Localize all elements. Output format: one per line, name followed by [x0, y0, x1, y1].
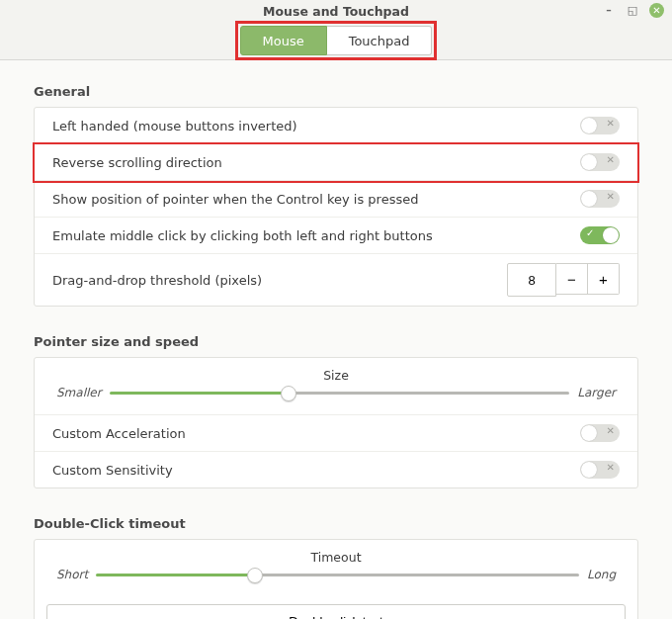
- content-area: General Left handed (mouse buttons inver…: [0, 60, 672, 619]
- close-icon[interactable]: ✕: [649, 3, 664, 18]
- row-left-handed: Left handed (mouse buttons inverted): [35, 108, 637, 144]
- slider-size-max-label: Larger: [577, 386, 616, 399]
- row-show-pointer: Show position of pointer when the Contro…: [35, 181, 637, 218]
- toggle-reverse-scroll[interactable]: [580, 153, 620, 171]
- dnd-threshold-input[interactable]: [507, 263, 556, 297]
- slider-row-timeout: Short Long: [56, 567, 616, 582]
- slider-pointer-size[interactable]: [110, 385, 570, 400]
- dnd-threshold-increment[interactable]: +: [588, 263, 620, 295]
- panel-doubleclick: Timeout Short Long Double-click test: [34, 539, 638, 619]
- caption-timeout: Timeout: [56, 550, 616, 565]
- window-controls: – ◱ ✕: [602, 3, 664, 18]
- label-dnd-threshold: Drag-and-drop threshold (pixels): [52, 273, 262, 288]
- section-heading-pointer: Pointer size and speed: [34, 334, 638, 349]
- dnd-threshold-stepper: − +: [507, 263, 620, 297]
- row-emulate-middle: Emulate middle click by clicking both le…: [35, 218, 637, 254]
- window-title: Mouse and Touchpad: [263, 4, 409, 19]
- toggle-custom-accel[interactable]: [580, 424, 620, 442]
- panel-pointer: Size Smaller Larger Custom Acceleration …: [34, 357, 638, 488]
- label-left-handed: Left handed (mouse buttons inverted): [52, 119, 297, 133]
- panel-general: Left handed (mouse buttons inverted) Rev…: [34, 107, 638, 307]
- caption-pointer-size: Size: [56, 368, 616, 383]
- slider-timeout-max-label: Long: [587, 568, 616, 581]
- maximize-icon[interactable]: ◱: [626, 4, 639, 18]
- slider-row-size: Smaller Larger: [56, 385, 616, 400]
- slider-timeout[interactable]: [96, 567, 579, 582]
- tab-touchpad-label: Touchpad: [349, 34, 410, 48]
- row-custom-sens: Custom Sensitivity: [35, 452, 637, 487]
- tab-mouse-label: Mouse: [263, 34, 304, 48]
- block-doubleclick-timeout: Timeout Short Long: [35, 540, 637, 596]
- double-click-test-label: Double-click test: [289, 614, 382, 620]
- section-heading-general: General: [34, 84, 638, 99]
- toggle-show-pointer[interactable]: [580, 190, 620, 208]
- tab-mouse[interactable]: Mouse: [240, 26, 327, 55]
- toggle-emulate-middle[interactable]: [580, 226, 620, 244]
- tab-touchpad[interactable]: Touchpad: [327, 26, 433, 55]
- tab-strip: Mouse Touchpad: [0, 22, 672, 60]
- row-dnd-threshold: Drag-and-drop threshold (pixels) − +: [35, 254, 637, 306]
- label-show-pointer: Show position of pointer when the Contro…: [52, 192, 418, 207]
- tab-group: Mouse Touchpad: [237, 23, 436, 58]
- minimize-icon[interactable]: –: [602, 4, 616, 18]
- settings-window: Mouse and Touchpad – ◱ ✕ Mouse Touchpad …: [0, 0, 672, 619]
- block-pointer-size: Size Smaller Larger: [35, 358, 637, 415]
- section-heading-doubleclick: Double-Click timeout: [34, 516, 638, 531]
- titlebar: Mouse and Touchpad – ◱ ✕: [0, 0, 672, 22]
- label-emulate-middle: Emulate middle click by clicking both le…: [52, 228, 433, 243]
- slider-size-min-label: Smaller: [56, 386, 102, 399]
- row-custom-accel: Custom Acceleration: [35, 415, 637, 452]
- toggle-left-handed[interactable]: [580, 117, 620, 134]
- label-reverse-scroll: Reverse scrolling direction: [52, 155, 222, 170]
- label-custom-accel: Custom Acceleration: [52, 426, 186, 441]
- double-click-test-button[interactable]: Double-click test: [46, 604, 626, 619]
- label-custom-sens: Custom Sensitivity: [52, 463, 173, 478]
- dnd-threshold-decrement[interactable]: −: [556, 263, 588, 295]
- toggle-custom-sens[interactable]: [580, 461, 620, 479]
- slider-timeout-min-label: Short: [56, 568, 88, 581]
- row-reverse-scroll: Reverse scrolling direction: [35, 144, 637, 181]
